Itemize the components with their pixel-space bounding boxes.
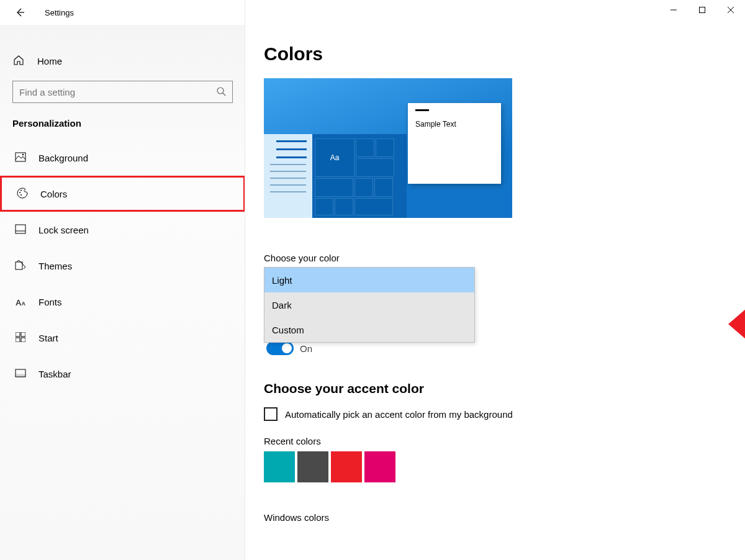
recent-color-swatch[interactable]	[297, 451, 328, 482]
back-button[interactable]	[10, 2, 30, 22]
sidebar-item-label: Taskbar	[38, 369, 71, 379]
svg-point-9	[20, 189, 22, 191]
sidebar-item-fonts[interactable]: AA Fonts	[0, 284, 245, 320]
svg-rect-1	[700, 7, 705, 13]
themes-icon	[14, 260, 27, 272]
svg-point-7	[22, 153, 24, 155]
svg-rect-6	[16, 153, 25, 161]
category-header: Personalization	[0, 114, 245, 140]
recent-colors-label: Recent colors	[264, 436, 745, 446]
choose-color-label: Choose your color	[264, 253, 745, 263]
sidebar-item-label: Start	[38, 333, 58, 343]
windows-colors-label: Windows colors	[264, 512, 745, 523]
start-icon	[14, 332, 27, 344]
color-option-light[interactable]: Light	[264, 268, 474, 292]
color-option-custom[interactable]: Custom	[264, 317, 474, 342]
sidebar: Home Personalization Background Colors L…	[0, 25, 245, 560]
recent-color-swatch[interactable]	[364, 451, 395, 482]
svg-point-4	[217, 88, 224, 94]
sidebar-item-start[interactable]: Start	[0, 320, 245, 356]
sidebar-item-taskbar[interactable]: Taskbar	[0, 356, 245, 392]
annotation-arrow	[728, 281, 745, 368]
preview-tile-aa: Aa	[315, 138, 354, 177]
search-input-wrap[interactable]	[12, 81, 233, 103]
svg-rect-19	[16, 374, 25, 377]
search-icon	[216, 86, 226, 98]
svg-rect-14	[16, 332, 20, 336]
sidebar-item-label: Colors	[40, 189, 67, 199]
svg-marker-20	[728, 287, 745, 361]
svg-point-10	[20, 194, 22, 196]
maximize-button[interactable]	[688, 0, 716, 20]
sidebar-item-lockscreen[interactable]: Lock screen	[0, 212, 245, 248]
auto-accent-label: Automatically pick an accent color from …	[285, 409, 513, 420]
fonts-icon: AA	[14, 297, 27, 307]
sidebar-item-label: Fonts	[38, 297, 62, 307]
toggle-label: On	[300, 343, 312, 354]
svg-point-8	[19, 192, 20, 193]
sidebar-item-themes[interactable]: Themes	[0, 248, 245, 284]
color-option-dark[interactable]: Dark	[264, 292, 474, 317]
sidebar-item-background[interactable]: Background	[0, 140, 245, 176]
lockscreen-icon	[14, 224, 27, 236]
recent-colors	[264, 451, 745, 482]
transparency-toggle[interactable]	[266, 341, 294, 355]
svg-rect-16	[16, 338, 20, 342]
content-area: Colors Aa Sample Text	[245, 25, 745, 560]
taskbar-icon	[14, 369, 27, 379]
accent-title: Choose your accent color	[264, 381, 745, 396]
preview-window: Sample Text	[408, 103, 501, 184]
recent-color-swatch[interactable]	[264, 451, 295, 482]
svg-rect-15	[21, 332, 25, 336]
palette-icon	[16, 187, 29, 201]
home-label: Home	[37, 56, 62, 66]
auto-accent-checkbox[interactable]	[264, 407, 278, 421]
close-button[interactable]	[716, 0, 745, 20]
svg-rect-11	[16, 225, 25, 233]
sidebar-item-colors[interactable]: Colors	[0, 176, 245, 212]
search-input[interactable]	[19, 87, 216, 97]
home-icon	[12, 55, 25, 68]
sidebar-item-label: Themes	[38, 261, 72, 271]
window-title: Settings	[45, 8, 74, 17]
color-mode-dropdown[interactable]: Light Dark Custom	[264, 267, 475, 343]
sidebar-item-label: Background	[38, 153, 88, 163]
home-nav[interactable]: Home	[0, 47, 245, 75]
page-title: Colors	[264, 43, 745, 65]
minimize-button[interactable]	[659, 0, 688, 20]
recent-color-swatch[interactable]	[331, 451, 362, 482]
picture-icon	[14, 152, 27, 164]
sidebar-item-label: Lock screen	[38, 225, 89, 235]
svg-rect-17	[21, 338, 25, 342]
color-preview: Aa Sample Text	[264, 78, 512, 218]
preview-sample-text: Sample Text	[415, 120, 494, 129]
svg-line-5	[223, 93, 225, 96]
